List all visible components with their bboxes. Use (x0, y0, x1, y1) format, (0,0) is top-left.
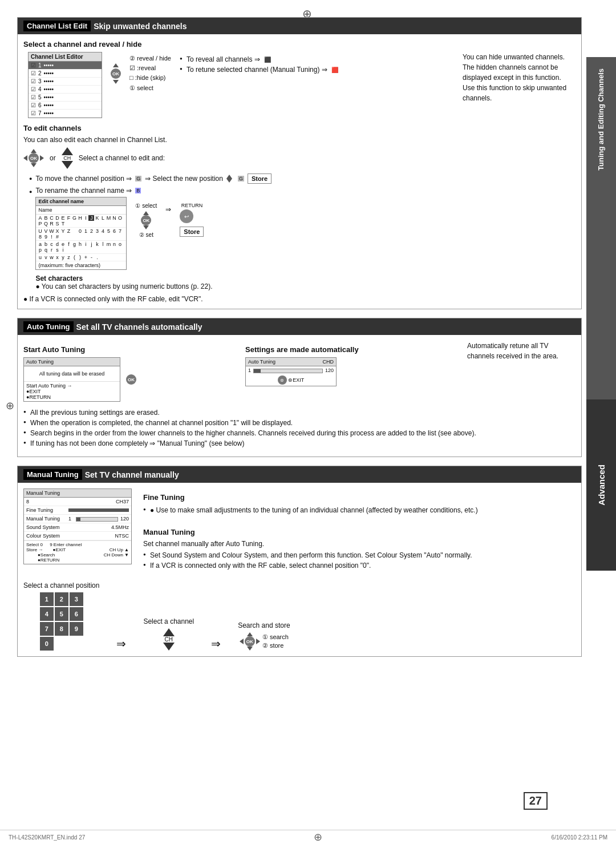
set-chars-desc: ● You can set characters by using numeri… (35, 282, 576, 290)
num-3[interactable]: 3 (70, 592, 83, 606)
num-5[interactable]: 5 (55, 607, 68, 621)
manual-mt-label: Manual Tuning (26, 516, 66, 522)
advanced-tab[interactable]: Advanced (586, 399, 616, 571)
ch-sel-up[interactable] (163, 628, 175, 636)
num-4[interactable]: 4 (40, 607, 54, 621)
auto-tuning-header: Auto Tuning Set all TV channels automati… (18, 318, 581, 335)
auto-tuning-box-row: Auto Tuning All tuning data will be eras… (23, 357, 234, 402)
reveal-bullets: To reveal all channels ⇒ ⬛ To retune sel… (180, 54, 454, 75)
manual-select-label: Select 0 (26, 542, 43, 547)
channel-edit-section: Channel List Edit Skip unwanted channels… (17, 17, 582, 309)
or-label: or (50, 154, 56, 162)
edit-ok-btn[interactable]: OK (29, 153, 39, 163)
select-reveal-title: Select a channel and reveal / hide (23, 40, 576, 49)
char-nav-up[interactable] (143, 211, 149, 215)
auto-tuning-section: Auto Tuning Set all TV channels automati… (17, 318, 582, 457)
channel-row-3[interactable]: ☑ 3 ••••• (29, 78, 102, 86)
number-pad: 1 2 3 4 5 6 7 8 9 0 (40, 592, 83, 651)
edit-channels-container: To edit channels You can also edit each … (23, 124, 576, 290)
auto-tuning-content: Start Auto Tuning Auto Tuning All tuning… (23, 341, 576, 402)
ss-nav-left[interactable] (240, 639, 244, 644)
return-btn[interactable]: ↩ (180, 209, 193, 223)
at-bullet-1: All the previous tuning settings are era… (23, 407, 576, 418)
nav-ok-container: OK (111, 63, 121, 84)
nav-down-arrow[interactable] (113, 80, 119, 84)
ss-nav-up[interactable] (247, 632, 253, 636)
char-nav-down[interactable] (143, 225, 149, 229)
ch-sel-down[interactable] (163, 643, 175, 651)
ss-nav-mid: OK (240, 636, 260, 647)
exit-circle-icon[interactable]: ⊛ (278, 375, 287, 385)
search-nav-cluster: OK (240, 632, 260, 651)
ss-ok-btn[interactable]: OK (245, 636, 255, 647)
bullet-reveal-all: To reveal all channels ⇒ ⬛ (180, 54, 454, 64)
select-channel-label: Select a channel (143, 617, 194, 625)
auto-tuning-bullets: All the previous tuning settings are era… (23, 407, 576, 449)
at-bullet-4: If tuning has not been done completely ⇒… (23, 438, 576, 449)
num-7[interactable]: 7 (40, 622, 54, 636)
new-pos-up[interactable] (226, 175, 232, 179)
edit-nav-down[interactable] (31, 163, 37, 167)
manual-tuning-desc: Manual Tuning Set channel manually after… (143, 523, 576, 573)
num-9[interactable]: 9 (70, 622, 83, 636)
num-1[interactable]: 1 (40, 592, 54, 606)
manual-mt-bar (76, 517, 118, 522)
bullet-retune: To retune selected channel (Manual Tunin… (180, 64, 454, 75)
ch-dots-3: ••••• (44, 78, 54, 84)
edit-nav-right[interactable] (40, 155, 44, 161)
auto-tuning-highlight: Auto Tuning (23, 321, 74, 332)
num-6[interactable]: 6 (70, 607, 83, 621)
channel-row-4[interactable]: ☑ 4 ••••• (29, 86, 102, 94)
new-pos-down[interactable] (226, 179, 232, 183)
num-0[interactable]: 0 (40, 637, 54, 651)
char-ok-btn[interactable]: OK (141, 215, 151, 225)
ss-nav-right[interactable] (256, 639, 260, 644)
arrow-to-search: ⇒ (211, 637, 221, 651)
store-btn-char-box[interactable]: Store (180, 227, 204, 237)
edit-name-row: Name (36, 206, 126, 215)
manual-colour-label: Colour System (26, 533, 66, 539)
nav-up-arrow[interactable] (113, 63, 119, 67)
manual-mt-fill (76, 518, 80, 521)
num-2[interactable]: 2 (55, 592, 68, 606)
channel-reveal-row: Channel List Editor ☑ 1 ••••• ☑ 2 ••••• (23, 52, 576, 118)
manual-search-label: ●Search (38, 552, 55, 558)
char-nav-cluster: OK (141, 211, 151, 229)
exit-label2: ⊛ ⊛EXIT (246, 374, 336, 386)
set-label: ② set (139, 232, 153, 238)
check-3: ☑ (31, 78, 36, 84)
bottom-right-text: 6/16/2010 2:23:11 PM (552, 834, 607, 841)
g-box-store: G (238, 176, 244, 181)
manual-tuning-body: Manual Tuning 8 CH37 Fine Tuning (18, 488, 581, 651)
ss-nav-down[interactable] (247, 647, 253, 651)
progress-fill (254, 369, 261, 373)
progress-num120: 120 (325, 368, 334, 373)
channel-row-5[interactable]: ☑ 5 ••••• (29, 94, 102, 102)
edit-nav-up[interactable] (31, 149, 37, 153)
mt-bullet-2: If a VCR is connected only with the RF c… (143, 560, 576, 571)
tuning-tab[interactable]: Tuning and Editing Channels (586, 57, 616, 457)
channel-row-1[interactable]: ☑ 1 ••••• (29, 62, 102, 70)
main-content: Channel List Edit Skip unwanted channels… (17, 17, 582, 827)
ch-up-arrow[interactable] (62, 147, 73, 155)
auto-ok-btn[interactable]: OK (126, 374, 136, 385)
channel-row-6[interactable]: ☑ 6 ••••• (29, 102, 102, 110)
ch-num-1: 1 (38, 62, 42, 68)
ch-down-arrow[interactable] (62, 161, 73, 169)
edit-nav-left[interactable] (23, 155, 27, 161)
manual-bottom-row: Select a channel position 1 2 3 4 5 6 7 … (23, 581, 576, 651)
channel-row-2[interactable]: ☑ 2 ••••• (29, 70, 102, 78)
fine-tuning-bullets: ● Use to make small adjustments to the t… (143, 505, 576, 515)
select-channel-col: Select a channel CH (143, 617, 194, 651)
new-pos-nav (226, 175, 232, 183)
start-auto-tuning-label: Start Auto Tuning → (26, 383, 72, 389)
fine-tuning-title: Fine Tuning (143, 493, 576, 502)
manual-tuning-content: Manual Tuning 8 CH37 Fine Tuning (23, 488, 576, 573)
num-8[interactable]: 8 (55, 622, 68, 636)
store-btn-move[interactable]: Store (248, 173, 271, 184)
channel-row-7[interactable]: ☑ 7 ••••• (29, 110, 102, 118)
auto-tuning-header-rest: Set all TV channels automatically (76, 322, 202, 332)
ok-button[interactable]: OK (111, 68, 121, 79)
auto-tuning-start-box: Auto Tuning All tuning data will be eras… (23, 357, 120, 402)
manual-header-row: Manual Tuning (24, 489, 131, 498)
